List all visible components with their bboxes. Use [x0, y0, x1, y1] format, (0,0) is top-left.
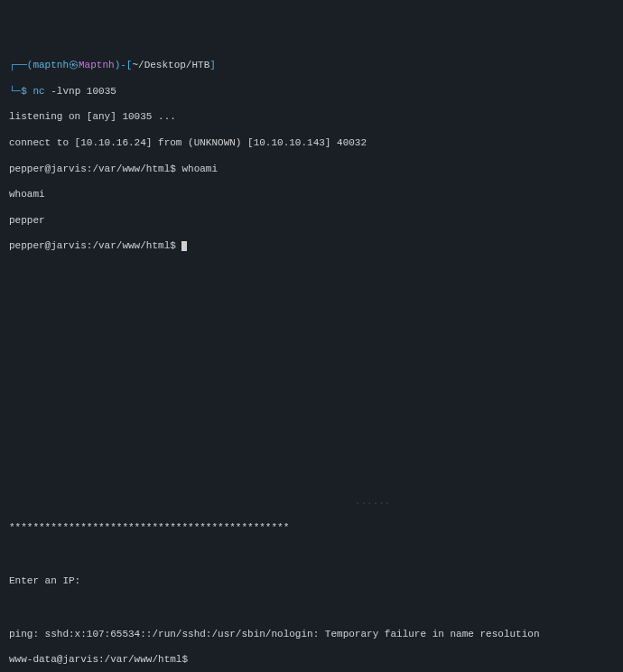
enter-ip-1: Enter an IP:: [9, 574, 614, 587]
top-prompt-line2[interactable]: └─$ nc -lvnp 10035: [9, 85, 614, 98]
whoami-prompt: pepper@jarvis:/var/www/html$ whoami: [9, 163, 614, 175]
top-prompt-line1: ┌──(maptnh㉿Maptnh)-[~/Desktop/HTB]: [9, 59, 614, 71]
cursor-block: [181, 241, 187, 251]
stars-1: ****************************************…: [9, 521, 614, 534]
www-prompt-1: www-data@jarvis:/var/www/html$: [9, 653, 614, 666]
whoami-echo: whoami: [9, 188, 614, 201]
background-gap: [9, 266, 614, 482]
whoami-result: pepper: [9, 214, 614, 227]
ping-error: ping: sshd:x:107:65534::/run/sshd:/usr/s…: [9, 628, 614, 640]
dim-dots: ......: [9, 495, 614, 508]
shell-prompt-waiting[interactable]: pepper@jarvis:/var/www/html$: [9, 239, 614, 252]
listening-line: listening on [any] 10035 ...: [9, 110, 614, 123]
connect-line: connect to [10.10.16.24] from (UNKNOWN) …: [9, 136, 614, 149]
